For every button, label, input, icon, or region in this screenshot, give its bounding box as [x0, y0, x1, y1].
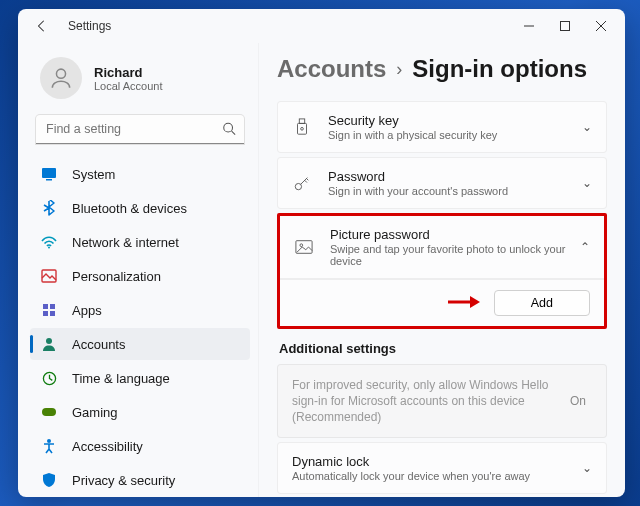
card-title: Picture password	[330, 227, 580, 242]
breadcrumb-current: Sign-in options	[412, 55, 587, 83]
card-sub: Sign in with a physical security key	[328, 129, 582, 141]
hello-only-text: For improved security, only allow Window…	[292, 377, 570, 426]
svg-rect-17	[42, 408, 56, 416]
sidebar-item-label: Privacy & security	[72, 473, 175, 488]
arrow-left-icon	[35, 19, 49, 33]
breadcrumb: Accounts › Sign-in options	[277, 55, 607, 83]
sidebar-item-apps[interactable]: Apps	[30, 294, 250, 326]
gaming-icon	[40, 403, 58, 421]
window-controls	[511, 12, 619, 40]
card-sub: Sign in with your account's password	[328, 185, 582, 197]
search-input[interactable]	[36, 115, 244, 144]
card-security-key[interactable]: Security key Sign in with a physical sec…	[277, 101, 607, 153]
apps-icon	[40, 301, 58, 319]
card-title: Password	[328, 169, 582, 184]
svg-rect-1	[561, 22, 570, 31]
back-button[interactable]	[28, 12, 56, 40]
network-icon	[40, 233, 58, 251]
user-text: Richard Local Account	[94, 65, 163, 92]
bluetooth-icon	[40, 199, 58, 217]
svg-rect-20	[298, 123, 307, 134]
avatar	[40, 57, 82, 99]
search-icon	[222, 121, 236, 138]
card-picture-password[interactable]: Picture password Swipe and tap your favo…	[280, 216, 604, 279]
chevron-up-icon: ⌃	[580, 240, 590, 254]
svg-line-25	[307, 179, 309, 181]
accessibility-icon	[40, 437, 58, 455]
sidebar-item-accounts[interactable]: Accounts	[30, 328, 250, 360]
svg-rect-13	[43, 311, 48, 316]
sidebar-item-personalization[interactable]: Personalization	[30, 260, 250, 292]
card-dynamic-lock[interactable]: Dynamic lock Automatically lock your dev…	[277, 442, 607, 494]
arrow-annotation-icon	[446, 294, 480, 313]
svg-rect-14	[50, 311, 55, 316]
settings-window: Settings Richard Local Account	[18, 9, 625, 497]
sidebar-item-label: Bluetooth & devices	[72, 201, 187, 216]
sidebar-item-privacy[interactable]: Privacy & security	[30, 464, 250, 496]
sidebar-item-label: Network & internet	[72, 235, 179, 250]
svg-point-27	[300, 244, 303, 247]
svg-point-18	[47, 439, 51, 443]
key-icon	[292, 173, 312, 193]
close-button[interactable]	[583, 12, 619, 40]
maximize-icon	[560, 21, 570, 31]
minimize-icon	[524, 21, 534, 31]
card-sub: Automatically lock your device when you'…	[292, 470, 582, 482]
user-block[interactable]: Richard Local Account	[30, 51, 250, 113]
minimize-button[interactable]	[511, 12, 547, 40]
chevron-down-icon: ⌄	[582, 176, 592, 190]
svg-rect-11	[43, 304, 48, 309]
time-icon	[40, 369, 58, 387]
svg-point-22	[295, 183, 301, 189]
svg-point-15	[46, 338, 52, 344]
usb-key-icon	[292, 117, 312, 137]
sidebar-item-time[interactable]: Time & language	[30, 362, 250, 394]
user-name: Richard	[94, 65, 163, 80]
svg-rect-12	[50, 304, 55, 309]
system-icon	[40, 165, 58, 183]
svg-rect-7	[42, 168, 56, 178]
svg-line-6	[232, 131, 236, 135]
user-sub: Local Account	[94, 80, 163, 92]
sidebar-item-label: Apps	[72, 303, 102, 318]
personalization-icon	[40, 267, 58, 285]
svg-line-24	[305, 180, 307, 182]
chevron-down-icon: ⌄	[582, 461, 592, 475]
picture-password-expanded: Add	[280, 279, 604, 326]
sidebar-item-accessibility[interactable]: Accessibility	[30, 430, 250, 462]
person-icon	[48, 65, 74, 91]
sidebar-item-label: Time & language	[72, 371, 170, 386]
svg-rect-8	[46, 179, 52, 181]
svg-point-21	[301, 127, 304, 130]
card-password[interactable]: Password Sign in with your account's pas…	[277, 157, 607, 209]
svg-line-23	[301, 178, 308, 185]
card-title: Dynamic lock	[292, 454, 582, 469]
sidebar-item-gaming[interactable]: Gaming	[30, 396, 250, 428]
additional-settings-label: Additional settings	[279, 341, 607, 356]
card-sub: Swipe and tap your favorite photo to unl…	[330, 243, 580, 267]
card-hello-only: For improved security, only allow Window…	[277, 364, 607, 438]
breadcrumb-parent[interactable]: Accounts	[277, 55, 386, 83]
chevron-down-icon: ⌄	[582, 120, 592, 134]
sidebar-item-bluetooth[interactable]: Bluetooth & devices	[30, 192, 250, 224]
svg-point-5	[224, 123, 233, 132]
close-icon	[596, 21, 606, 31]
svg-rect-19	[299, 119, 304, 124]
body: Richard Local Account SystemBluetooth & …	[18, 43, 625, 497]
svg-point-4	[56, 69, 65, 78]
maximize-button[interactable]	[547, 12, 583, 40]
sidebar-item-label: Accounts	[72, 337, 125, 352]
sidebar-item-system[interactable]: System	[30, 158, 250, 190]
nav-list: SystemBluetooth & devicesNetwork & inter…	[30, 158, 250, 497]
svg-point-9	[48, 247, 50, 249]
sidebar-item-network[interactable]: Network & internet	[30, 226, 250, 258]
toggle-state: On	[570, 394, 586, 408]
sidebar-item-label: System	[72, 167, 115, 182]
accounts-icon	[40, 335, 58, 353]
card-title: Security key	[328, 113, 582, 128]
sidebar-item-label: Gaming	[72, 405, 118, 420]
privacy-icon	[40, 471, 58, 489]
picture-icon	[294, 237, 314, 257]
add-button[interactable]: Add	[494, 290, 590, 316]
svg-marker-29	[470, 296, 480, 308]
